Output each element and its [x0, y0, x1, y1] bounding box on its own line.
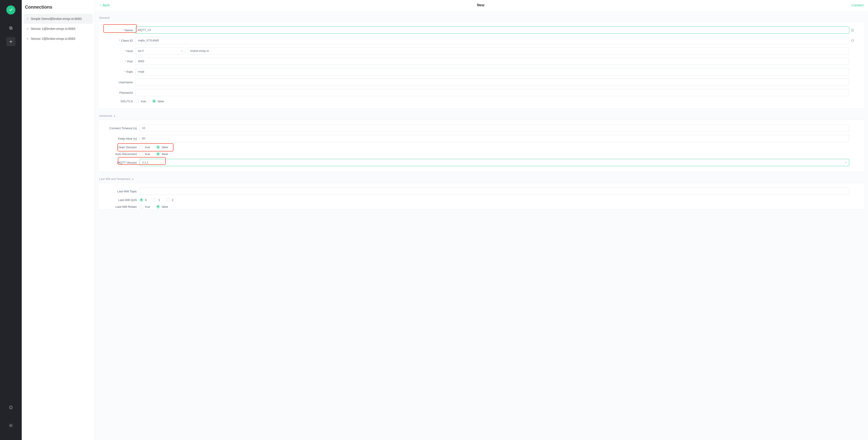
lwt-qos-radio-2[interactable]: 2 [166, 198, 173, 202]
path-label: Path [126, 70, 133, 74]
general-panel: *Name *Client ID *Host [98, 22, 865, 109]
ssl-radio-false[interactable]: false [152, 99, 164, 103]
lwt-qos-radio-1[interactable]: 1 [153, 198, 160, 202]
port-input[interactable] [135, 58, 849, 65]
status-dot-icon [27, 28, 29, 30]
main-area: Back New Connect General *Name [95, 0, 868, 440]
connection-item[interactable]: Sensor 2@broker.emqx.io:8083 [24, 34, 93, 44]
section-header-general[interactable]: General [98, 14, 865, 22]
mqtt-version-select[interactable]: 3.1.1 ▾ [140, 159, 849, 166]
lwt-topic-label: Last-Will Topic [117, 190, 137, 193]
copy-icon [9, 26, 13, 30]
section-header-advanced[interactable]: Advanced ▲ [98, 112, 865, 120]
auto-reconnect-label: Auto Reconnect [115, 152, 137, 156]
connection-item-label: Simple Demo@broker.emqx.io:8083 [31, 17, 82, 21]
client-id-label: Client ID [121, 39, 133, 42]
clean-session-radio-false[interactable]: false [156, 145, 168, 149]
refresh-icon [851, 39, 854, 42]
clean-session-radio-true[interactable]: true [140, 145, 150, 149]
logo-icon [8, 7, 13, 12]
app-nav [0, 0, 22, 440]
gear-icon [9, 423, 13, 428]
plus-icon [9, 40, 13, 43]
clean-session-label: Clean Session [117, 146, 137, 149]
lwt-qos-label: Last-Will QoS [118, 198, 137, 202]
regenerate-client-id-button[interactable] [849, 39, 856, 42]
connection-item-label: Sensor 1@broker.emqx.io:8083 [31, 27, 75, 31]
nav-new-connection-button[interactable] [6, 37, 16, 46]
app-logo [6, 5, 16, 14]
name-input[interactable] [135, 27, 849, 34]
status-dot-icon [27, 38, 29, 39]
caret-up-icon: ▲ [132, 178, 134, 180]
username-input[interactable] [135, 79, 849, 86]
svg-point-6 [852, 29, 852, 30]
connection-item[interactable]: Simple Demo@broker.emqx.io:8083 [24, 14, 93, 24]
info-icon [851, 29, 854, 32]
topbar: Back New Connect [95, 0, 868, 11]
name-info-button[interactable] [849, 29, 856, 32]
ssl-radio-true[interactable]: true [135, 99, 146, 103]
nav-settings-button[interactable] [6, 421, 16, 430]
caret-up-icon: ▲ [114, 115, 116, 117]
lwt-retain-radio-false[interactable]: false [156, 205, 168, 208]
connect-button[interactable]: Connect [852, 3, 864, 7]
lwt-retain-label: Last-Will Retain [115, 205, 137, 208]
keep-alive-input[interactable] [140, 135, 849, 142]
client-id-input[interactable] [135, 37, 849, 44]
host-scheme-select[interactable]: ws:// ▾ [135, 47, 185, 55]
form-scroll-area[interactable]: General *Name *Client ID [95, 11, 868, 440]
keep-alive-label: Keep Alive (s) [118, 137, 137, 140]
name-label: Name [125, 29, 133, 32]
connection-item[interactable]: Sensor 1@broker.emqx.io:8083 [24, 24, 93, 34]
svg-point-4 [10, 425, 11, 426]
sidebar-title: Connections [24, 2, 93, 14]
lwt-panel: Last-Will Topic Last-Will QoS 0 1 2 [98, 183, 865, 210]
username-label: Username [119, 81, 133, 84]
chevron-left-icon [99, 4, 102, 6]
auto-reconnect-radio-false[interactable]: false [156, 152, 168, 156]
back-label: Back [103, 3, 110, 7]
path-input[interactable] [135, 68, 849, 76]
page-title: New [477, 3, 485, 7]
port-label: Port [127, 60, 133, 63]
lwt-retain-radio-true[interactable]: true [140, 205, 150, 208]
connect-timeout-label: Connect Timeout (s) [109, 126, 137, 130]
nav-copy-button[interactable] [6, 24, 16, 33]
svg-rect-1 [10, 27, 12, 29]
status-dot-icon [27, 18, 29, 20]
password-input[interactable] [135, 89, 849, 96]
svg-rect-0 [9, 27, 11, 29]
chevron-down-icon: ▾ [181, 50, 183, 53]
host-input[interactable] [188, 47, 849, 55]
host-label: Host [126, 49, 133, 53]
connect-timeout-input[interactable] [140, 124, 849, 132]
connections-sidebar: Connections Simple Demo@broker.emqx.io:8… [22, 0, 95, 440]
info-icon [9, 405, 13, 409]
lwt-qos-radio-0[interactable]: 0 [140, 198, 147, 202]
lwt-topic-input[interactable] [140, 188, 849, 195]
svg-point-3 [11, 407, 11, 407]
advanced-panel: Connect Timeout (s) Keep Alive (s) Clean… [98, 120, 865, 172]
ssl-label: SSL/TLS [121, 99, 133, 103]
chevron-down-icon: ▾ [845, 161, 847, 164]
nav-info-button[interactable] [6, 403, 16, 412]
auto-reconnect-radio-true[interactable]: true [140, 152, 150, 156]
section-header-lwt[interactable]: Last Will and Testament ▲ [98, 175, 865, 183]
connection-item-label: Sensor 2@broker.emqx.io:8083 [31, 37, 75, 40]
password-label: Password [119, 91, 133, 94]
back-button[interactable]: Back [99, 3, 110, 7]
mqtt-version-label: MQTT Version [117, 161, 137, 164]
